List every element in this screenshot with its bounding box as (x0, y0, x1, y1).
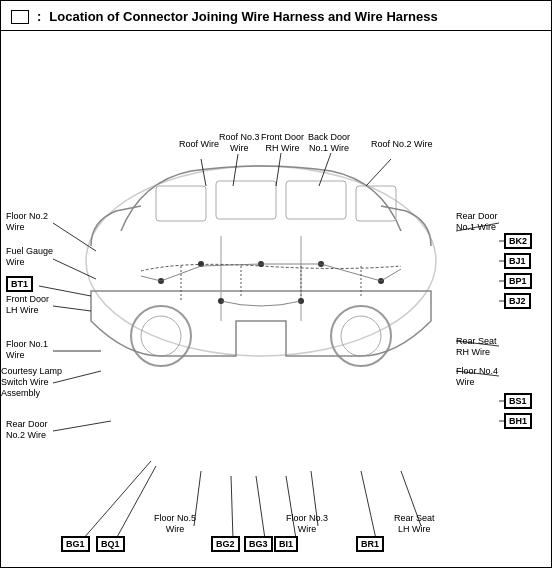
svg-line-29 (53, 421, 111, 431)
connector-BG3: BG3 (244, 536, 273, 552)
header-separator: : (37, 9, 41, 24)
label-roof-no3-wire: Roof No.3Wire (219, 132, 260, 154)
svg-point-8 (341, 316, 381, 356)
connector-BT1: BT1 (6, 276, 33, 292)
label-roof-no2-wire: Roof No.2 Wire (371, 139, 433, 150)
svg-rect-3 (286, 181, 346, 219)
header-title: Location of Connector Joining Wire Harne… (49, 9, 437, 24)
diagram-area: Roof Wire Roof No.3Wire Front DoorRH Wir… (1, 31, 551, 561)
svg-point-6 (141, 316, 181, 356)
label-roof-wire: Roof Wire (179, 139, 219, 150)
label-floor-no3-wire: Floor No.3Wire (286, 513, 328, 535)
label-floor-no5-wire: Floor No.5Wire (154, 513, 196, 535)
svg-line-40 (116, 466, 156, 539)
label-front-door-lh-wire: Front DoorLH Wire (6, 294, 49, 316)
label-rear-seat-rh-wire: Rear SeatRH Wire (456, 336, 497, 358)
connector-BQ1: BQ1 (96, 536, 125, 552)
label-floor-no1-wire: Floor No.1Wire (6, 339, 48, 361)
svg-line-42 (231, 476, 233, 539)
label-rear-door-no2-wire: Rear DoorNo.2 Wire (6, 419, 48, 441)
svg-line-43 (256, 476, 265, 539)
connector-BK2: BK2 (504, 233, 532, 249)
connector-BG1: BG1 (61, 536, 90, 552)
label-courtesy-lamp: Courtesy LampSwitch WireAssembly (1, 366, 62, 398)
svg-rect-1 (156, 186, 206, 221)
connector-BR1: BR1 (356, 536, 384, 552)
label-fuel-gauge-wire: Fuel GaugeWire (6, 246, 53, 268)
svg-point-7 (331, 306, 391, 366)
connector-BJ1: BJ1 (504, 253, 531, 269)
connector-BI1: BI1 (274, 536, 298, 552)
svg-point-5 (131, 306, 191, 366)
header: : Location of Connector Joining Wire Har… (1, 1, 551, 31)
label-floor-no2-wire: Floor No.2Wire (6, 211, 48, 233)
connector-BH1: BH1 (504, 413, 532, 429)
car-diagram (61, 81, 461, 401)
svg-rect-4 (356, 186, 396, 221)
connector-BJ2: BJ2 (504, 293, 531, 309)
label-front-door-rh-wire: Front DoorRH Wire (261, 132, 304, 154)
header-icon (11, 10, 29, 24)
label-rear-door-no1-wire: Rear DoorNo.1 Wire (456, 211, 498, 233)
svg-rect-2 (216, 181, 276, 219)
connector-BP1: BP1 (504, 273, 532, 289)
connector-BS1: BS1 (504, 393, 532, 409)
svg-line-46 (361, 471, 376, 539)
connector-BG2: BG2 (211, 536, 240, 552)
svg-line-39 (83, 461, 151, 539)
label-rear-seat-lh-wire: Rear SeatLH Wire (394, 513, 435, 535)
page-container: : Location of Connector Joining Wire Har… (0, 0, 552, 568)
label-back-door-no1-wire: Back DoorNo.1 Wire (308, 132, 350, 154)
label-floor-no4-wire: Floor No.4Wire (456, 366, 498, 388)
